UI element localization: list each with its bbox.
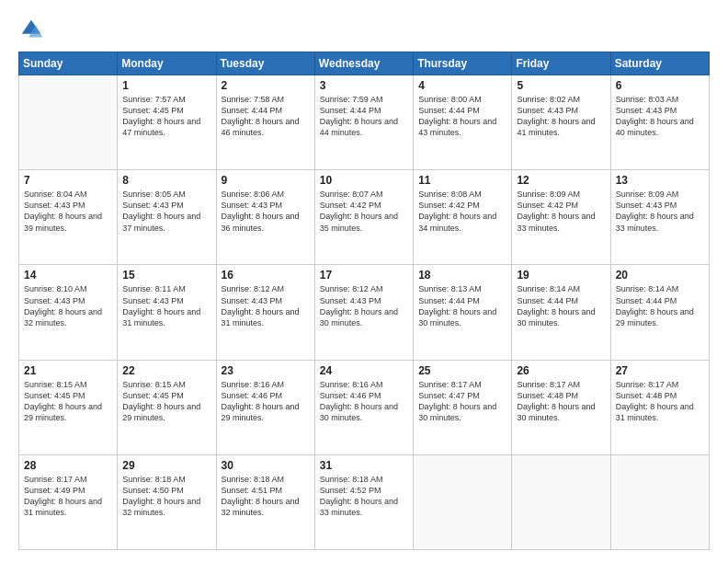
day-info: Sunrise: 8:00 AMSunset: 4:44 PMDaylight:… <box>418 94 506 139</box>
day-number: 5 <box>517 79 605 92</box>
calendar-cell: 2Sunrise: 7:58 AMSunset: 4:44 PMDaylight… <box>216 75 314 170</box>
day-info: Sunrise: 8:09 AMSunset: 4:42 PMDaylight:… <box>517 189 605 234</box>
calendar-cell <box>610 454 709 549</box>
day-number: 29 <box>122 459 210 472</box>
calendar-cell: 21Sunrise: 8:15 AMSunset: 4:45 PMDayligh… <box>19 360 118 454</box>
weekday-header-wednesday: Wednesday <box>314 52 413 75</box>
calendar-cell: 7Sunrise: 8:04 AMSunset: 4:43 PMDaylight… <box>19 170 118 265</box>
calendar-cell: 5Sunrise: 8:02 AMSunset: 4:43 PMDaylight… <box>512 75 610 170</box>
calendar-cell: 12Sunrise: 8:09 AMSunset: 4:42 PMDayligh… <box>512 170 610 265</box>
calendar-cell: 8Sunrise: 8:05 AMSunset: 4:43 PMDaylight… <box>118 170 216 265</box>
calendar-cell: 6Sunrise: 8:03 AMSunset: 4:43 PMDaylight… <box>610 75 709 170</box>
calendar-cell: 19Sunrise: 8:14 AMSunset: 4:44 PMDayligh… <box>512 265 610 360</box>
day-number: 23 <box>222 364 310 377</box>
day-number: 10 <box>320 174 408 187</box>
calendar-cell: 29Sunrise: 8:18 AMSunset: 4:50 PMDayligh… <box>118 454 216 549</box>
calendar-week-row: 28Sunrise: 8:17 AMSunset: 4:49 PMDayligh… <box>19 454 710 549</box>
weekday-header-thursday: Thursday <box>414 52 512 75</box>
day-number: 6 <box>616 79 704 92</box>
calendar-cell: 30Sunrise: 8:18 AMSunset: 4:51 PMDayligh… <box>216 454 314 549</box>
day-number: 16 <box>222 269 310 282</box>
calendar-cell: 1Sunrise: 7:57 AMSunset: 4:45 PMDaylight… <box>118 75 216 170</box>
calendar-cell: 3Sunrise: 7:59 AMSunset: 4:44 PMDaylight… <box>314 75 413 170</box>
day-info: Sunrise: 8:14 AMSunset: 4:44 PMDaylight:… <box>616 283 704 328</box>
day-info: Sunrise: 8:16 AMSunset: 4:46 PMDaylight:… <box>320 379 408 424</box>
day-info: Sunrise: 8:06 AMSunset: 4:43 PMDaylight:… <box>222 189 310 234</box>
calendar-cell <box>512 454 610 549</box>
calendar-cell: 4Sunrise: 8:00 AMSunset: 4:44 PMDaylight… <box>414 75 512 170</box>
day-info: Sunrise: 8:17 AMSunset: 4:49 PMDaylight:… <box>24 474 112 519</box>
calendar-cell: 24Sunrise: 8:16 AMSunset: 4:46 PMDayligh… <box>314 360 413 454</box>
day-info: Sunrise: 8:13 AMSunset: 4:44 PMDaylight:… <box>418 283 506 328</box>
day-number: 12 <box>517 174 605 187</box>
day-number: 9 <box>222 174 310 187</box>
day-number: 28 <box>24 459 112 472</box>
day-info: Sunrise: 8:03 AMSunset: 4:43 PMDaylight:… <box>616 94 704 139</box>
calendar-cell: 17Sunrise: 8:12 AMSunset: 4:43 PMDayligh… <box>314 265 413 360</box>
calendar-cell: 22Sunrise: 8:15 AMSunset: 4:45 PMDayligh… <box>118 360 216 454</box>
calendar-cell: 26Sunrise: 8:17 AMSunset: 4:48 PMDayligh… <box>512 360 610 454</box>
day-info: Sunrise: 8:14 AMSunset: 4:44 PMDaylight:… <box>517 283 605 328</box>
calendar-cell <box>19 75 118 170</box>
day-number: 21 <box>24 364 112 377</box>
calendar-cell: 15Sunrise: 8:11 AMSunset: 4:43 PMDayligh… <box>118 265 216 360</box>
day-number: 18 <box>418 269 506 282</box>
day-info: Sunrise: 8:15 AMSunset: 4:45 PMDaylight:… <box>24 379 112 424</box>
day-number: 22 <box>122 364 210 377</box>
calendar-week-row: 14Sunrise: 8:10 AMSunset: 4:43 PMDayligh… <box>19 265 710 360</box>
weekday-header-friday: Friday <box>512 52 610 75</box>
day-info: Sunrise: 8:18 AMSunset: 4:52 PMDaylight:… <box>320 474 408 519</box>
logo <box>18 17 48 42</box>
day-number: 25 <box>418 364 506 377</box>
day-info: Sunrise: 7:58 AMSunset: 4:44 PMDaylight:… <box>222 94 310 139</box>
day-info: Sunrise: 8:18 AMSunset: 4:50 PMDaylight:… <box>122 474 210 519</box>
day-info: Sunrise: 8:08 AMSunset: 4:42 PMDaylight:… <box>418 189 506 234</box>
day-number: 26 <box>517 364 605 377</box>
calendar-header-row: SundayMondayTuesdayWednesdayThursdayFrid… <box>19 52 710 75</box>
calendar-cell: 28Sunrise: 8:17 AMSunset: 4:49 PMDayligh… <box>19 454 118 549</box>
day-info: Sunrise: 8:11 AMSunset: 4:43 PMDaylight:… <box>122 283 210 328</box>
calendar-cell: 31Sunrise: 8:18 AMSunset: 4:52 PMDayligh… <box>314 454 413 549</box>
calendar-week-row: 21Sunrise: 8:15 AMSunset: 4:45 PMDayligh… <box>19 360 710 454</box>
day-number: 2 <box>222 79 310 92</box>
calendar-cell: 18Sunrise: 8:13 AMSunset: 4:44 PMDayligh… <box>414 265 512 360</box>
calendar-cell: 16Sunrise: 8:12 AMSunset: 4:43 PMDayligh… <box>216 265 314 360</box>
day-number: 13 <box>616 174 704 187</box>
calendar-cell: 13Sunrise: 8:09 AMSunset: 4:43 PMDayligh… <box>610 170 709 265</box>
day-number: 30 <box>222 459 310 472</box>
day-info: Sunrise: 8:15 AMSunset: 4:45 PMDaylight:… <box>122 379 210 424</box>
calendar-cell: 14Sunrise: 8:10 AMSunset: 4:43 PMDayligh… <box>19 265 118 360</box>
calendar-week-row: 1Sunrise: 7:57 AMSunset: 4:45 PMDaylight… <box>19 75 710 170</box>
calendar-table: SundayMondayTuesdayWednesdayThursdayFrid… <box>18 52 710 550</box>
day-info: Sunrise: 8:09 AMSunset: 4:43 PMDaylight:… <box>616 189 704 234</box>
day-info: Sunrise: 8:17 AMSunset: 4:48 PMDaylight:… <box>517 379 605 424</box>
day-info: Sunrise: 8:10 AMSunset: 4:43 PMDaylight:… <box>24 283 112 328</box>
weekday-header-tuesday: Tuesday <box>216 52 314 75</box>
calendar-cell <box>414 454 512 549</box>
weekday-header-sunday: Sunday <box>19 52 118 75</box>
day-number: 31 <box>320 459 408 472</box>
calendar-cell: 9Sunrise: 8:06 AMSunset: 4:43 PMDaylight… <box>216 170 314 265</box>
day-number: 11 <box>418 174 506 187</box>
day-info: Sunrise: 8:12 AMSunset: 4:43 PMDaylight:… <box>320 283 408 328</box>
day-number: 3 <box>320 79 408 92</box>
day-number: 24 <box>320 364 408 377</box>
day-info: Sunrise: 8:02 AMSunset: 4:43 PMDaylight:… <box>517 94 605 139</box>
calendar-cell: 27Sunrise: 8:17 AMSunset: 4:48 PMDayligh… <box>610 360 709 454</box>
day-info: Sunrise: 7:59 AMSunset: 4:44 PMDaylight:… <box>320 94 408 139</box>
weekday-header-monday: Monday <box>118 52 216 75</box>
day-info: Sunrise: 8:12 AMSunset: 4:43 PMDaylight:… <box>222 283 310 328</box>
day-number: 17 <box>320 269 408 282</box>
day-info: Sunrise: 8:16 AMSunset: 4:46 PMDaylight:… <box>222 379 310 424</box>
day-info: Sunrise: 8:04 AMSunset: 4:43 PMDaylight:… <box>24 189 112 234</box>
day-number: 1 <box>122 79 210 92</box>
day-number: 4 <box>418 79 506 92</box>
calendar-cell: 11Sunrise: 8:08 AMSunset: 4:42 PMDayligh… <box>414 170 512 265</box>
day-number: 14 <box>24 269 112 282</box>
day-number: 7 <box>24 174 112 187</box>
page: SundayMondayTuesdayWednesdayThursdayFrid… <box>0 0 728 563</box>
day-info: Sunrise: 8:05 AMSunset: 4:43 PMDaylight:… <box>122 189 210 234</box>
calendar-cell: 25Sunrise: 8:17 AMSunset: 4:47 PMDayligh… <box>414 360 512 454</box>
day-number: 15 <box>122 269 210 282</box>
day-number: 8 <box>122 174 210 187</box>
